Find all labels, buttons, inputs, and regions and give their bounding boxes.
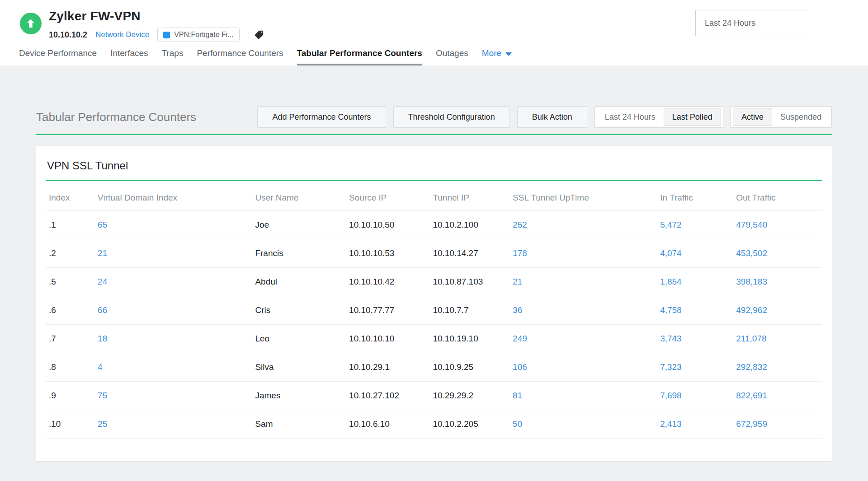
cell-text: 10.10.14.27 <box>430 239 510 268</box>
cell-text: 10.29.29.2 <box>430 382 510 410</box>
cell-text: Abdul <box>252 268 346 296</box>
cell-text: 10.10.10.42 <box>346 268 430 296</box>
device-tag-chip[interactable]: VPN:Fortigate Fi... <box>157 28 240 42</box>
cell-link[interactable]: 3,743 <box>657 325 733 353</box>
cell-link[interactable]: 492,962 <box>733 296 822 325</box>
cell-text: 10.10.19.10 <box>430 325 510 353</box>
table-row: .718Leo10.10.10.1010.10.19.102493,743211… <box>46 325 822 353</box>
cell-link[interactable]: 21 <box>510 268 657 296</box>
tab-traps[interactable]: Traps <box>162 48 184 65</box>
cell-text: 10.10.29.1 <box>346 353 430 382</box>
table-row: .165Joe10.10.10.5010.10.2.1002525,472479… <box>46 211 822 239</box>
col-virtual-domain-index: Virtual Domain Index <box>95 181 252 211</box>
device-identity: Zylker FW-VPN 10.10.10.2 Network Device … <box>20 9 264 42</box>
cell-text: 10.10.10.50 <box>346 211 430 239</box>
col-tunnel-ip: Tunnel IP <box>430 181 510 211</box>
cell-link[interactable]: 5,472 <box>657 211 733 239</box>
cell-link[interactable]: 398,183 <box>733 268 822 296</box>
cell-link[interactable]: 50 <box>510 410 657 439</box>
cell-link[interactable]: 66 <box>95 296 252 325</box>
toggle-last-polled[interactable]: Last Polled <box>664 108 721 126</box>
cell-text: 10.10.27.102 <box>346 382 430 410</box>
cell-text: 10.10.2.205 <box>430 410 510 439</box>
vpn-ssl-tunnel-card: VPN SSL Tunnel Index Virtual Domain Inde… <box>36 146 832 461</box>
cell-link[interactable]: 106 <box>510 353 657 382</box>
time-range-select[interactable]: Last 24 Hours <box>695 10 809 36</box>
cell-text: James <box>252 382 346 410</box>
cell-text: 10.10.7.7 <box>430 296 510 325</box>
cell-text: .10 <box>46 410 95 439</box>
table-row: .666Cris10.10.77.7710.10.7.7364,758492,9… <box>46 296 822 325</box>
cell-text: .8 <box>46 353 95 382</box>
cell-link[interactable]: 18 <box>95 325 252 353</box>
cell-link[interactable]: 7,323 <box>657 353 733 382</box>
cell-text: 10.10.87.103 <box>430 268 510 296</box>
device-type-link[interactable]: Network Device <box>95 30 149 39</box>
more-label: More <box>482 48 501 58</box>
cell-text: .6 <box>46 296 95 325</box>
col-ssl-tunnel-uptime: SSL Tunnel UpTime <box>510 181 657 211</box>
counter-table-body: .165Joe10.10.10.5010.10.2.1002525,472479… <box>46 211 822 439</box>
cell-text: .7 <box>46 325 95 353</box>
section-title: Tabular Performance Counters <box>36 110 257 124</box>
col-index: Index <box>46 181 95 211</box>
cell-link[interactable]: 2,413 <box>657 410 733 439</box>
tab-tabular-performance-counters[interactable]: Tabular Performance Counters <box>297 48 422 65</box>
table-row: .1025Sam10.10.6.1010.10.2.205502,413672,… <box>46 410 822 439</box>
cell-link[interactable]: 479,540 <box>733 211 822 239</box>
cell-text: Sam <box>252 410 346 439</box>
device-header: Zylker FW-VPN 10.10.10.2 Network Device … <box>0 0 868 65</box>
cell-link[interactable]: 4,074 <box>657 239 733 268</box>
cell-text: Leo <box>252 325 346 353</box>
device-meta: Zylker FW-VPN 10.10.10.2 Network Device … <box>49 9 264 42</box>
cell-link[interactable]: 25 <box>95 410 252 439</box>
cell-link[interactable]: 65 <box>95 211 252 239</box>
cell-link[interactable]: 81 <box>510 382 657 410</box>
cell-link[interactable]: 453,502 <box>733 239 822 268</box>
toggle-last-24-hours[interactable]: Last 24 Hours <box>597 108 664 126</box>
cell-link[interactable]: 252 <box>510 211 657 239</box>
cell-link[interactable]: 36 <box>510 296 657 325</box>
cell-link[interactable]: 75 <box>95 382 252 410</box>
cell-text: 10.10.2.100 <box>430 211 510 239</box>
card-title: VPN SSL Tunnel <box>47 159 822 172</box>
toggle-active[interactable]: Active <box>733 108 772 126</box>
tab-interfaces[interactable]: Interfaces <box>110 48 148 65</box>
device-status-up-icon <box>20 13 42 34</box>
table-row: .221Francis10.10.10.5310.10.14.271784,07… <box>46 239 822 268</box>
tab-more[interactable]: More <box>482 48 512 65</box>
device-name: Zylker FW-VPN <box>49 9 264 23</box>
cell-link[interactable]: 672,959 <box>733 410 822 439</box>
table-row: .524Abdul10.10.10.4210.10.87.103211,8543… <box>46 268 822 296</box>
cell-link[interactable]: 292,832 <box>733 353 822 382</box>
cell-text: 10.10.10.53 <box>346 239 430 268</box>
tab-device-performance[interactable]: Device Performance <box>19 48 97 65</box>
col-out-traffic: Out Traffic <box>733 181 822 211</box>
tab-outages[interactable]: Outages <box>436 48 468 65</box>
cell-link[interactable]: 21 <box>95 239 252 268</box>
cell-link[interactable]: 822,691 <box>733 382 822 410</box>
add-performance-counters-button[interactable]: Add Performance Counters <box>257 106 386 128</box>
cell-link[interactable]: 249 <box>510 325 657 353</box>
table-header-row: Index Virtual Domain Index User Name Sou… <box>46 181 822 211</box>
cell-text: .1 <box>46 211 95 239</box>
cell-link[interactable]: 24 <box>95 268 252 296</box>
cell-link[interactable]: 1,854 <box>657 268 733 296</box>
cell-text: 10.10.9.25 <box>430 353 510 382</box>
cell-text: 10.10.6.10 <box>346 410 430 439</box>
table-row: .975James10.10.27.10210.29.29.2817,69882… <box>46 382 822 410</box>
chevron-down-icon <box>505 52 512 56</box>
toggle-suspended[interactable]: Suspended <box>772 108 830 126</box>
cell-text: Francis <box>252 239 346 268</box>
threshold-configuration-button[interactable]: Threshold Configuration <box>393 106 510 128</box>
cell-link[interactable]: 178 <box>510 239 657 268</box>
cell-link[interactable]: 4,758 <box>657 296 733 325</box>
tag-icon[interactable] <box>254 30 264 40</box>
tab-performance-counters[interactable]: Performance Counters <box>197 48 283 65</box>
cell-link[interactable]: 4 <box>95 353 252 382</box>
cell-text: .5 <box>46 268 95 296</box>
cell-link[interactable]: 211,078 <box>733 325 822 353</box>
bulk-action-button[interactable]: Bulk Action <box>517 106 587 128</box>
cell-text: Silva <box>252 353 346 382</box>
cell-link[interactable]: 7,698 <box>657 382 733 410</box>
